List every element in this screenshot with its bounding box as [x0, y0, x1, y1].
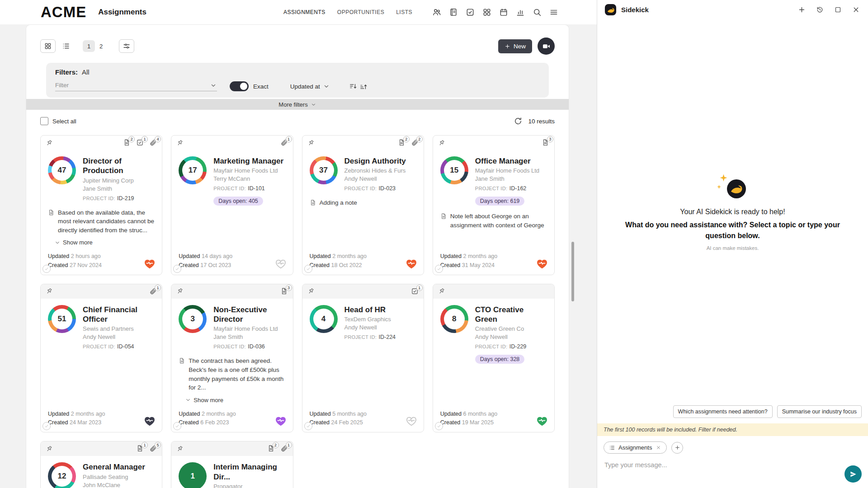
pin-icon[interactable]: [307, 287, 315, 295]
nav-opportunities[interactable]: OPPORTUNITIES: [337, 9, 384, 15]
remove-context-icon[interactable]: [655, 445, 661, 451]
pin-icon[interactable]: [45, 287, 53, 295]
health-heart-icon[interactable]: [405, 415, 418, 427]
close-icon[interactable]: [851, 5, 861, 14]
sort-descending-icon[interactable]: [349, 82, 358, 91]
note-badge[interactable]: 2: [398, 139, 406, 147]
refresh-button[interactable]: [514, 116, 524, 126]
attachment-badge[interactable]: 5: [149, 445, 157, 453]
assignment-card[interactable]: 21 1 Interim Managing Dir... Propagator …: [171, 441, 293, 488]
task-badge[interactable]: 1: [411, 287, 419, 296]
pin-icon[interactable]: [176, 287, 184, 295]
pin-icon[interactable]: [307, 139, 315, 147]
assignment-card[interactable]: 8 CTO Creative Green Creative Green Co A…: [433, 284, 555, 433]
health-heart-icon[interactable]: [536, 258, 548, 270]
card-title[interactable]: Marketing Manager: [213, 156, 283, 166]
assignment-card[interactable]: 1 4 Head of HR TexDem Graphics Andy Newe…: [302, 284, 424, 433]
health-heart-icon[interactable]: [143, 258, 156, 270]
suggestion-chip-1[interactable]: Which assignments need attention?: [673, 405, 773, 418]
list-view-button[interactable]: [58, 39, 74, 53]
message-input[interactable]: [604, 461, 836, 469]
health-heart-icon[interactable]: [536, 415, 548, 427]
page-1-button[interactable]: 1: [83, 40, 95, 52]
grid-view-button[interactable]: [40, 39, 56, 53]
show-more-button[interactable]: Show more: [54, 239, 155, 246]
card-title[interactable]: Head of HR: [344, 305, 396, 314]
pin-icon[interactable]: [45, 139, 53, 147]
history-icon[interactable]: [815, 5, 825, 14]
attachment-badge[interactable]: 1: [280, 445, 288, 453]
card-select-checkbox[interactable]: [435, 265, 443, 273]
note-badge[interactable]: 2: [123, 139, 131, 147]
exact-toggle[interactable]: [230, 81, 249, 91]
show-more-button[interactable]: Show more: [185, 397, 285, 404]
card-select-checkbox[interactable]: [304, 265, 312, 273]
health-heart-icon[interactable]: [405, 258, 418, 270]
nav-assignments[interactable]: ASSIGNMENTS: [283, 9, 326, 15]
card-title[interactable]: Chief Financial Officer: [83, 305, 155, 324]
search-icon[interactable]: [532, 7, 542, 18]
assignment-card[interactable]: 1 17 Marketing Manager Mayfair Home Food…: [171, 135, 293, 275]
calendar-icon[interactable]: [498, 7, 509, 18]
card-title[interactable]: CTO Creative Green: [475, 305, 547, 324]
assignment-card[interactable]: 1 51 Chief Financial Officer Sewis and P…: [40, 284, 162, 433]
note-badge[interactable]: 3: [280, 287, 288, 296]
add-context-button[interactable]: [671, 442, 683, 454]
attachment-badge[interactable]: 1: [280, 139, 288, 147]
card-select-checkbox[interactable]: [304, 422, 312, 430]
send-button[interactable]: [844, 465, 862, 483]
card-title[interactable]: Director of Production: [83, 156, 155, 176]
attachment-badge[interactable]: 4: [149, 139, 157, 147]
select-all-checkbox[interactable]: [40, 117, 48, 125]
updated-at-dropdown[interactable]: Updated at: [290, 83, 330, 90]
pin-icon[interactable]: [176, 445, 184, 453]
card-title[interactable]: Design Authority: [344, 156, 406, 166]
filter-select[interactable]: [55, 82, 217, 91]
task-badge[interactable]: 1: [136, 139, 144, 147]
attachment-badge[interactable]: 2: [411, 139, 419, 147]
scrollbar-thumb[interactable]: [571, 242, 574, 301]
card-title[interactable]: General Manager: [83, 462, 145, 472]
tasks-icon[interactable]: [465, 7, 476, 18]
card-title[interactable]: Non-Executive Director: [213, 305, 285, 324]
menu-icon[interactable]: [548, 7, 559, 18]
filter-input[interactable]: [55, 82, 210, 89]
card-title[interactable]: Office Manager: [475, 156, 539, 166]
context-tag-assignments[interactable]: Assignments: [604, 441, 667, 454]
updated-label: Updated: [440, 411, 462, 417]
display-settings-button[interactable]: [119, 39, 134, 53]
select-all[interactable]: Select all: [40, 117, 76, 125]
page-2-button[interactable]: 2: [95, 40, 107, 52]
health-heart-icon[interactable]: [274, 258, 287, 270]
video-button[interactable]: [538, 38, 555, 55]
nav-lists[interactable]: LISTS: [396, 9, 412, 15]
pin-icon[interactable]: [438, 139, 445, 147]
attachment-badge[interactable]: 1: [149, 287, 157, 296]
maximize-icon[interactable]: [833, 5, 843, 14]
pin-icon[interactable]: [438, 287, 445, 295]
health-heart-icon[interactable]: [143, 415, 156, 427]
assignment-card[interactable]: 15 12 General Manager Pallisade Seating …: [40, 441, 162, 488]
assignment-card[interactable]: 22 37 Design Authority Zebronski Hides &…: [302, 135, 424, 275]
created-value: 19 Mar 2025: [462, 419, 494, 426]
health-heart-icon[interactable]: [274, 415, 287, 427]
more-filters-button[interactable]: More filters: [26, 99, 569, 110]
assignment-card[interactable]: 3 15 Office Manager Mayfair Home Foods L…: [433, 135, 555, 275]
assignment-card[interactable]: 214 47 Director of Production Jupiter Mi…: [40, 135, 162, 275]
analytics-icon[interactable]: [515, 7, 526, 18]
suggestion-chip-2[interactable]: Summarise our industry focus: [777, 405, 862, 418]
card-select-checkbox[interactable]: [42, 265, 51, 273]
note-badge[interactable]: 3: [542, 139, 550, 147]
card-title[interactable]: Interim Managing Dir...: [213, 462, 285, 482]
pin-icon[interactable]: [176, 139, 184, 147]
apps-icon[interactable]: [481, 7, 492, 18]
companies-icon[interactable]: [448, 7, 459, 18]
sort-ascending-icon[interactable]: [359, 82, 368, 91]
pin-icon[interactable]: [45, 445, 53, 453]
note-badge[interactable]: 2: [267, 445, 275, 453]
note-badge[interactable]: 1: [136, 445, 144, 453]
assignment-card[interactable]: 3 3 Non-Executive Director Mayfair Home …: [171, 284, 293, 433]
add-icon[interactable]: [797, 5, 807, 14]
new-button[interactable]: New: [498, 39, 532, 53]
contacts-icon[interactable]: [431, 7, 442, 18]
